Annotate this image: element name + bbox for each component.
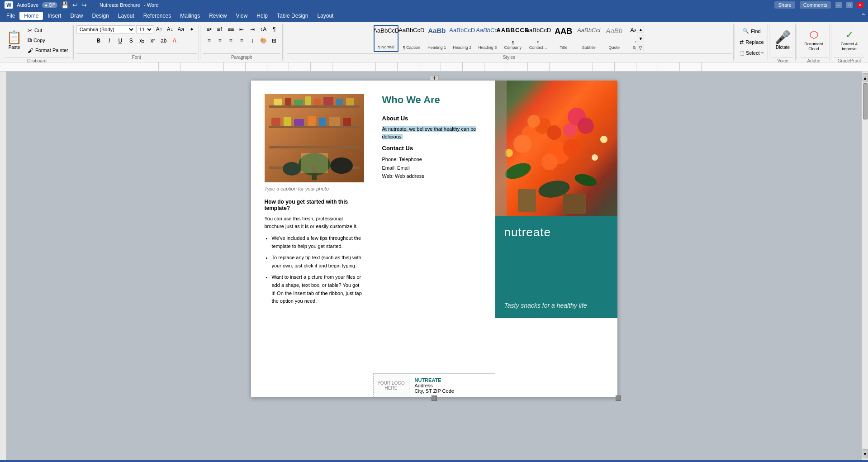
resize-handle[interactable] (616, 395, 621, 401)
align-left-button[interactable]: ≡ (204, 36, 214, 46)
paste-label: Paste (9, 45, 20, 50)
menu-item-design[interactable]: Design (87, 12, 113, 20)
style-caption[interactable]: AaBbCcD ¶ Caption (399, 25, 424, 52)
style-contact[interactable]: AaBbCcD ¶ Contact… (526, 25, 550, 52)
font-size-select[interactable]: 11 (136, 25, 153, 33)
shading-button[interactable]: 🎨 (258, 36, 268, 46)
scroll-up-button[interactable]: ▲ (863, 73, 868, 82)
borders-button[interactable]: ⊞ (269, 36, 279, 46)
menu-item-home[interactable]: Home (19, 12, 43, 20)
copy-button[interactable]: ⧉ Copy (26, 36, 70, 44)
menu-item-layout2[interactable]: Layout (313, 12, 338, 20)
paste-button[interactable]: 📋 Paste (4, 24, 25, 56)
menu-item-references[interactable]: References (139, 12, 175, 20)
change-case-button[interactable]: Aa (176, 24, 186, 34)
line-spacing-button[interactable]: ↕ (247, 36, 257, 46)
styles-scroll-up[interactable]: ▲ (637, 26, 644, 33)
increase-indent-button[interactable]: ⇥ (247, 24, 257, 34)
style-no-spacing[interactable]: AaBbC ¶ No Spac… (627, 25, 636, 52)
adobe-icon: ⬡ (810, 29, 818, 41)
clear-formatting-button[interactable]: ✦ (187, 24, 197, 34)
menu-item-layout[interactable]: Layout (114, 12, 139, 20)
quick-access-save[interactable]: 💾 (61, 1, 69, 9)
autosave-toggle[interactable]: ● Off (42, 2, 57, 8)
comments-btn[interactable]: Comments (800, 1, 831, 9)
styles-more[interactable]: ▽ (637, 44, 644, 51)
menu-item-review[interactable]: Review (204, 12, 231, 20)
style-title-label: Title (560, 45, 568, 50)
find-button[interactable]: 🔍 Find (741, 28, 762, 34)
select-button[interactable]: ⬚ Select ~ (738, 50, 766, 57)
increase-font-size-button[interactable]: A↑ (154, 24, 164, 34)
style-title-preview: AAB (555, 27, 572, 36)
cut-button[interactable]: ✂ Cut (26, 27, 70, 34)
text-highlight-button[interactable]: ab (159, 36, 169, 46)
dictate-button[interactable]: 🎤 Dictate (772, 24, 793, 56)
decrease-font-size-button[interactable]: A↓ (165, 24, 175, 34)
resize-handle-bottom[interactable] (432, 395, 437, 401)
style-subtitle[interactable]: AaBbCcI Subtitle (576, 25, 601, 52)
document-cloud-button[interactable]: ⬡ Document Cloud (800, 24, 828, 56)
cut-icon: ✂ (28, 27, 33, 34)
style-title[interactable]: AAB Title (551, 25, 576, 52)
replace-button[interactable]: ⇄ Replace (738, 39, 765, 46)
document-area[interactable]: ✛ (6, 71, 862, 460)
menu-item-help[interactable]: Help (252, 12, 272, 20)
format-painter-button[interactable]: 🖌 Format Painter (26, 47, 70, 54)
strikethrough-button[interactable]: S (126, 36, 136, 46)
minimize-btn[interactable]: ─ (835, 2, 842, 8)
menu-item-insert[interactable]: Insert (43, 12, 66, 20)
style-heading1[interactable]: AaBb Heading 1 (424, 25, 449, 52)
correct-improve-button[interactable]: ✓ Correct & Improve (834, 24, 864, 56)
bullet-list-button[interactable]: ≡• (204, 24, 214, 34)
style-heading2-label: Heading 2 (453, 45, 471, 50)
quick-access-redo[interactable]: ↪ (81, 1, 87, 9)
quick-access-undo[interactable]: ↩ (72, 1, 78, 9)
style-company-label: ¶ Company (503, 40, 522, 50)
menu-item-file[interactable]: File (2, 12, 19, 20)
align-center-button[interactable]: ≡ (215, 36, 225, 46)
underline-button[interactable]: U (115, 36, 125, 46)
menu-item-view[interactable]: View (232, 12, 252, 20)
show-formatting-button[interactable]: ¶ (269, 24, 279, 34)
style-company[interactable]: AABBCCD ¶ Company (500, 25, 525, 52)
share-btn[interactable]: Share (774, 1, 795, 9)
table-move-handle[interactable]: ✛ (430, 75, 439, 81)
multilevel-list-button[interactable]: ≡≡ (226, 24, 236, 34)
font-color-button[interactable]: A (170, 36, 180, 46)
menu-item-mailings[interactable]: Mailings (175, 12, 204, 20)
menu-item-table-design[interactable]: Table Design (272, 12, 313, 20)
subscript-button[interactable]: x₂ (137, 36, 147, 46)
sort-button[interactable]: ↕A (258, 24, 268, 34)
svg-point-30 (547, 125, 561, 140)
svg-rect-4 (269, 146, 360, 148)
justify-button[interactable]: ≡ (237, 36, 247, 46)
svg-point-24 (330, 157, 353, 174)
styles-scroll-down[interactable]: ▼ (637, 35, 644, 42)
superscript-button[interactable]: x² (148, 36, 158, 46)
numbered-list-button[interactable]: ≡1 (215, 24, 225, 34)
web-text: Web: Web address (382, 172, 486, 181)
close-btn[interactable]: ✕ (857, 2, 863, 8)
svg-point-23 (283, 162, 301, 176)
highlighted-about-text: At nutreate, we believe that healthy can… (382, 126, 476, 139)
bold-button[interactable]: B (94, 36, 104, 46)
scrollbar-thumb[interactable] (863, 83, 868, 119)
menu-item-draw[interactable]: Draw (66, 12, 87, 20)
font-family-select[interactable]: Cambria (Body) (76, 25, 135, 33)
vertical-scrollbar[interactable]: ▲ ▼ (862, 71, 868, 460)
ribbon-collapse-btn[interactable]: ⌃ (861, 12, 866, 19)
separator-7 (831, 25, 831, 59)
style-quote[interactable]: AaBb Quote (602, 25, 626, 52)
separator-4 (735, 25, 735, 59)
maximize-btn[interactable]: □ (846, 2, 853, 8)
svg-rect-14 (271, 118, 280, 126)
svg-rect-42 (563, 194, 586, 214)
svg-point-37 (541, 154, 558, 170)
decrease-indent-button[interactable]: ⇤ (237, 24, 247, 34)
style-heading2[interactable]: AaBbCcD Heading 2 (450, 25, 474, 52)
style-normal[interactable]: AaBbCcD ¶ Normal (374, 25, 398, 52)
align-right-button[interactable]: ≡ (226, 36, 236, 46)
scroll-down-button[interactable]: ▼ (863, 449, 868, 458)
italic-button[interactable]: I (104, 36, 114, 46)
